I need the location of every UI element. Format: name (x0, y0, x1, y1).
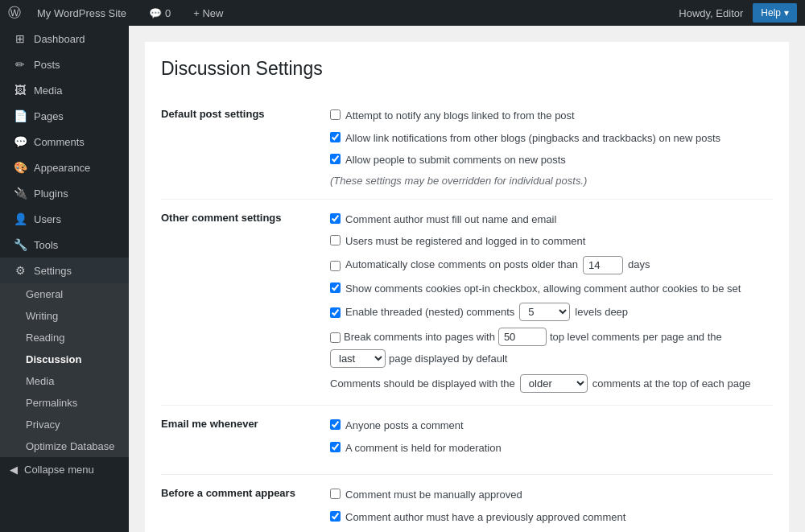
auto-close-checkbox[interactable] (330, 261, 341, 271)
previously-approved-checkbox[interactable] (330, 511, 341, 522)
writing-label: Writing (26, 310, 58, 322)
default-post-note: (These settings may be overridden for in… (330, 175, 765, 187)
allow-comments-text: Allow people to submit comments on new p… (345, 152, 566, 168)
submenu-optimize[interactable]: Optimize Database (0, 435, 129, 457)
appearance-icon: 🎨 (13, 161, 27, 174)
tools-icon: 🔧 (13, 238, 27, 251)
submenu-writing[interactable]: Writing (0, 305, 129, 327)
sidebar-label-comments: Comments (34, 136, 85, 148)
break-comments-checkbox[interactable] (330, 332, 341, 343)
comments-link[interactable]: 💬 0 (142, 0, 177, 26)
other-comment-settings-heading: Other comment settings (161, 199, 322, 406)
sidebar-item-plugins[interactable]: 🔌 Plugins (0, 180, 129, 206)
help-button[interactable]: Help ▾ (753, 3, 797, 23)
display-order-select[interactable]: oldernewer (520, 374, 588, 393)
author-fill-out-checkbox[interactable] (330, 213, 341, 224)
sidebar-item-comments[interactable]: 💬 Comments (0, 129, 129, 155)
comments-count: 0 (165, 7, 171, 19)
break-comments-input[interactable] (498, 328, 547, 346)
default-post-settings-row: Default post settings Attempt to notify … (161, 96, 773, 199)
general-label: General (26, 288, 63, 300)
sidebar-item-media[interactable]: 🖼 Media (0, 77, 129, 103)
sidebar-item-tools[interactable]: 🔧 Tools (0, 232, 129, 258)
settings-wrap: Discussion Settings Default post setting… (145, 42, 789, 532)
submenu-discussion[interactable]: Discussion (0, 348, 129, 370)
allow-pingbacks-label[interactable]: Allow link notifications from other blog… (330, 130, 765, 146)
settings-submenu: General Writing Reading Discussion Media… (0, 283, 129, 457)
main-content: Discussion Settings Default post setting… (129, 26, 805, 532)
submenu-reading[interactable]: Reading (0, 327, 129, 348)
wp-logo-icon[interactable]: Ⓦ (8, 5, 21, 22)
optimize-label: Optimize Database (26, 440, 115, 452)
submenu-general[interactable]: General (0, 283, 129, 305)
privacy-label: Privacy (26, 419, 60, 431)
allow-comments-label[interactable]: Allow people to submit comments on new p… (330, 152, 765, 168)
sidebar-item-users[interactable]: 👤 Users (0, 206, 129, 232)
submenu-privacy[interactable]: Privacy (0, 414, 129, 435)
anyone-posts-checkbox[interactable] (330, 419, 341, 430)
sidebar-item-dashboard[interactable]: ⊞ Dashboard (0, 26, 129, 52)
reading-label: Reading (26, 332, 64, 344)
allow-comments-checkbox[interactable] (330, 154, 341, 164)
previously-approved-text: Comment author must have a previously ap… (345, 509, 625, 526)
anyone-posts-text: Anyone posts a comment (345, 418, 464, 434)
registered-logged-in-text: Users must be registered and logged in t… (345, 233, 585, 250)
media-sub-label: Media (26, 375, 54, 387)
admin-bar: Ⓦ My WordPress Site 💬 0 + New Howdy, Edi… (0, 0, 805, 26)
media-icon: 🖼 (13, 84, 27, 97)
collapse-menu[interactable]: ◀ Collapse menu (0, 457, 129, 482)
notify-blogs-text: Attempt to notify any blogs linked to fr… (345, 108, 575, 124)
plugins-icon: 🔌 (13, 187, 27, 200)
sidebar-item-settings[interactable]: ⚙ Settings (0, 258, 129, 283)
auto-close-pre: Automatically close comments on posts ol… (345, 257, 578, 273)
submenu-media[interactable]: Media (0, 370, 129, 392)
sidebar-label-posts: Posts (34, 59, 60, 71)
held-moderation-label[interactable]: A comment is held for moderation (330, 440, 765, 456)
break-pre: Break comments into pages with (344, 329, 495, 345)
page-display-select[interactable]: lastfirst (330, 349, 386, 368)
sidebar-label-users: Users (34, 213, 61, 225)
anyone-posts-label[interactable]: Anyone posts a comment (330, 418, 765, 434)
manually-approved-label[interactable]: Comment must be manually approved (330, 487, 765, 503)
author-fill-out-text: Comment author must fill out name and em… (345, 212, 556, 228)
author-fill-out-label[interactable]: Comment author must fill out name and em… (330, 212, 765, 228)
previously-approved-label[interactable]: Comment author must have a previously ap… (330, 509, 765, 526)
before-comment-row: Before a comment appears Comment must be… (161, 475, 773, 533)
threaded-comments-label[interactable]: Enable threaded (nested) comments 123456… (330, 303, 765, 321)
discussion-label: Discussion (26, 353, 81, 365)
sidebar-label-pages: Pages (34, 110, 64, 122)
cookies-opt-in-checkbox[interactable] (330, 282, 341, 293)
new-content-link[interactable]: + New (187, 0, 229, 26)
site-name-link[interactable]: My WordPress Site (31, 0, 133, 26)
email-me-heading: Email me whenever (161, 406, 322, 475)
other-comment-settings-row: Other comment settings Comment author mu… (161, 199, 773, 406)
other-comment-settings-td: Comment author must fill out name and em… (322, 199, 773, 406)
cookies-opt-in-label[interactable]: Show comments cookies opt-in checkbox, a… (330, 281, 765, 297)
registered-logged-in-label[interactable]: Users must be registered and logged in t… (330, 233, 765, 250)
break-comments-label[interactable]: Break comments into pages with top level… (330, 328, 765, 368)
dashboard-icon: ⊞ (13, 32, 27, 45)
page-title: Discussion Settings (161, 58, 773, 80)
permalinks-label: Permalinks (26, 397, 77, 409)
threaded-levels-select[interactable]: 12345678910 (519, 303, 570, 321)
help-chevron-icon: ▾ (784, 7, 789, 19)
auto-close-days-input[interactable] (583, 256, 623, 274)
auto-close-label[interactable]: Automatically close comments on posts ol… (330, 256, 765, 274)
allow-pingbacks-checkbox[interactable] (330, 132, 341, 142)
display-post: comments at the top of each page (592, 377, 751, 390)
held-moderation-checkbox[interactable] (330, 442, 341, 452)
registered-logged-in-checkbox[interactable] (330, 235, 341, 245)
email-me-td: Anyone posts a comment A comment is held… (322, 406, 773, 475)
users-icon: 👤 (13, 212, 27, 225)
notify-blogs-label[interactable]: Attempt to notify any blogs linked to fr… (330, 108, 765, 124)
howdy-text: Howdy, Editor (679, 7, 743, 19)
comment-icon: 💬 (149, 7, 162, 19)
threaded-comments-checkbox[interactable] (330, 307, 341, 318)
sidebar-item-posts[interactable]: ✏ Posts (0, 52, 129, 77)
submenu-permalinks[interactable]: Permalinks (0, 392, 129, 414)
notify-blogs-checkbox[interactable] (330, 109, 341, 120)
sidebar-item-pages[interactable]: 📄 Pages (0, 103, 129, 129)
sidebar-item-appearance[interactable]: 🎨 Appearance (0, 155, 129, 180)
before-comment-heading: Before a comment appears (161, 475, 322, 533)
manually-approved-checkbox[interactable] (330, 489, 341, 499)
